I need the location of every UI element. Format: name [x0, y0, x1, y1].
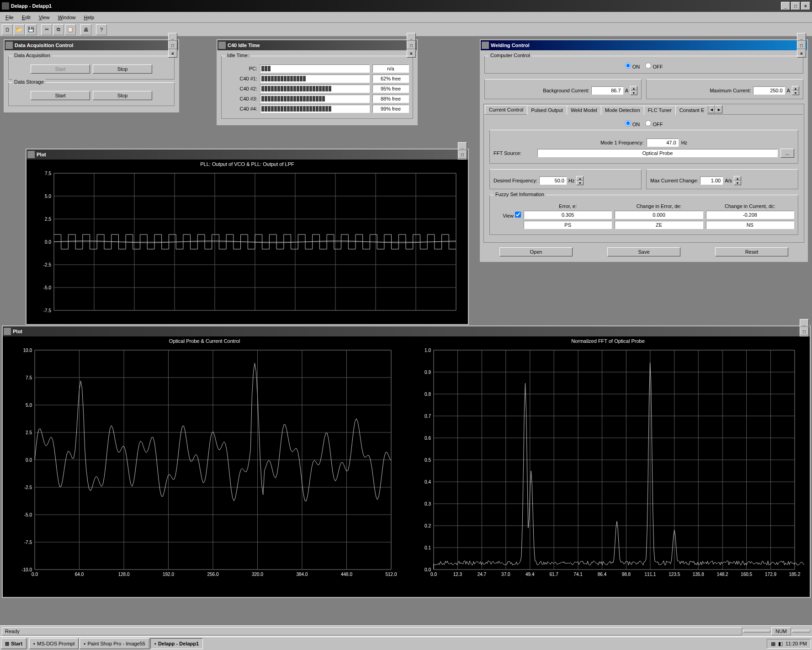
storage-start-button[interactable]: Start	[31, 91, 90, 100]
tab-flc-tuner[interactable]: FLC Tuner	[644, 106, 676, 115]
max-change-value[interactable]: 1.00	[700, 176, 723, 185]
window-title: Welding Control	[491, 43, 797, 48]
max-current-spinner[interactable]: ▲▼	[792, 86, 799, 95]
tab-weld-model[interactable]: Weld Model	[567, 106, 601, 115]
start-button[interactable]: ⊞ Start	[1, 638, 27, 649]
idle-row: C40 #2:95% free	[225, 85, 409, 93]
window-icon	[4, 328, 11, 335]
help-icon[interactable]: ?	[96, 24, 107, 35]
svg-text:-5.0: -5.0	[24, 512, 32, 517]
svg-text:5.0: 5.0	[26, 403, 32, 408]
reset-button[interactable]: Reset	[715, 247, 788, 256]
unit-hz: Hz	[681, 140, 687, 145]
open-icon[interactable]: 📂	[14, 24, 25, 35]
radio-tab-on[interactable]: ON	[625, 122, 640, 127]
bg-current-value[interactable]: 86.7	[591, 86, 623, 95]
maximize-button[interactable]: □	[407, 41, 416, 49]
storage-stop-button[interactable]: Stop	[93, 91, 152, 100]
taskbar-item-delapp[interactable]: ▪Delapp - Delapp1	[150, 638, 203, 649]
view-label: View	[503, 213, 514, 218]
group-label: Computer Control	[488, 53, 532, 58]
idle-label: C40 #1:	[225, 76, 257, 81]
taskbar: ⊞ Start ▪MS-DOS Prompt ▪Paint Shop Pro -…	[0, 636, 812, 650]
desired-freq-value[interactable]: 50.0	[539, 176, 567, 185]
dcur-value: -0.208	[706, 211, 794, 219]
menu-edit[interactable]: Edit	[18, 14, 34, 21]
maximize-button[interactable]: □	[797, 41, 806, 49]
max-change-spinner[interactable]: ▲▼	[734, 176, 741, 185]
radio-cc-on[interactable]: ON	[625, 64, 640, 69]
minimize-button[interactable]: _	[168, 33, 177, 41]
idle-free-value: 99% free	[372, 105, 409, 113]
group-mode1: Mode 1 Frequency: 47.0 Hz FFT Source: Op…	[489, 130, 798, 164]
desired-freq-spinner[interactable]: ▲▼	[576, 176, 584, 185]
close-button[interactable]: ×	[801, 2, 810, 10]
maximize-button[interactable]: □	[168, 41, 177, 49]
taskbar-item-psp[interactable]: ▪Paint Shop Pro - Image55	[80, 638, 149, 649]
menu-file[interactable]: File	[2, 14, 17, 21]
statusbar: Ready NUM	[0, 625, 812, 636]
svg-text:185.2: 185.2	[789, 572, 800, 577]
idle-free-value: 95% free	[372, 85, 409, 93]
max-change-label: Max Current Change:	[650, 178, 698, 183]
svg-text:7.5: 7.5	[26, 375, 32, 380]
svg-text:111.1: 111.1	[644, 572, 656, 577]
window-plot-pll: Plot _ □ × PLL: Output of VCO & PLL: Out…	[26, 149, 469, 325]
minimize-button[interactable]: _	[407, 33, 416, 41]
taskbar-item-msdos[interactable]: ▪MS-DOS Prompt	[29, 638, 79, 649]
cut-icon[interactable]: ✂	[41, 24, 52, 35]
tab-constant-e[interactable]: Constant E	[675, 106, 708, 115]
group-max-current: Maximum Current: 250.0 A ▲▼	[646, 79, 803, 99]
tab-scroll-left-icon[interactable]: ◂	[708, 105, 715, 113]
save-button[interactable]: Save	[607, 247, 680, 256]
copy-icon[interactable]: ⧉	[53, 24, 64, 35]
radio-cc-off[interactable]: OFF	[645, 64, 663, 69]
system-tray[interactable]: ▦ ◧ 11:20 PM	[767, 639, 811, 649]
svg-text:-5.0: -5.0	[43, 285, 52, 290]
window-icon	[482, 42, 489, 49]
tab-current-control[interactable]: Current Control	[485, 105, 527, 114]
menu-help[interactable]: Help	[80, 14, 98, 21]
tab-scroll-right-icon[interactable]: ▸	[715, 105, 722, 113]
svg-text:61.7: 61.7	[549, 572, 558, 577]
svg-text:320.0: 320.0	[252, 572, 263, 577]
view-checkbox[interactable]	[515, 212, 521, 218]
minimize-button[interactable]: _	[800, 319, 809, 327]
tab-pulsed-output[interactable]: Pulsed Output	[527, 106, 567, 115]
save-icon[interactable]: 💾	[26, 24, 37, 35]
minimize-button[interactable]: _	[781, 2, 790, 10]
group-fuzzy: Fuzzy Set Information Error, e: Change i…	[489, 195, 798, 235]
svg-text:128.0: 128.0	[118, 572, 129, 577]
derr-set: ZE	[615, 221, 703, 229]
chart-title: PLL: Output of VCO & PLL: Output of LPF	[27, 160, 468, 169]
idle-row: PC:n/a	[225, 64, 409, 73]
tab-mode-detection[interactable]: Mode Detection	[601, 106, 644, 115]
minimize-button[interactable]: _	[458, 142, 467, 150]
bg-current-label: Background Current:	[488, 88, 589, 93]
fuzzy-err-label: Error, e:	[524, 203, 612, 209]
radio-tab-off[interactable]: OFF	[645, 122, 663, 127]
group-data-storage: Data Storage Start Stop	[8, 82, 175, 106]
menu-view[interactable]: View	[35, 14, 53, 21]
maximize-button[interactable]: □	[800, 327, 809, 336]
psp-icon: ▪	[84, 641, 85, 646]
idle-row: C40 #3:88% free	[225, 95, 409, 103]
bg-current-spinner[interactable]: ▲▼	[630, 86, 637, 95]
maximize-button[interactable]: □	[791, 2, 800, 10]
window-welding-control: Welding Control _ □ × Computer Control O…	[480, 39, 808, 262]
browse-button[interactable]: ...	[780, 149, 794, 158]
window-title: Plot	[13, 329, 800, 334]
acq-start-button[interactable]: Start	[31, 64, 90, 74]
unit-label: A	[787, 88, 790, 93]
open-button[interactable]: Open	[499, 247, 573, 256]
chart-title-right: Normalized FFT of Optical Probe	[406, 336, 810, 346]
menu-window[interactable]: Window	[54, 14, 79, 21]
minimize-button[interactable]: _	[797, 33, 806, 41]
maximize-button[interactable]: □	[458, 150, 467, 159]
print-icon[interactable]: 🖶	[80, 24, 91, 35]
acq-stop-button[interactable]: Stop	[93, 64, 152, 74]
clock: 11:20 PM	[785, 641, 807, 646]
max-current-value[interactable]: 250.0	[753, 86, 785, 95]
new-icon[interactable]: 🗋	[2, 24, 13, 35]
paste-icon[interactable]: 📋	[65, 24, 76, 35]
